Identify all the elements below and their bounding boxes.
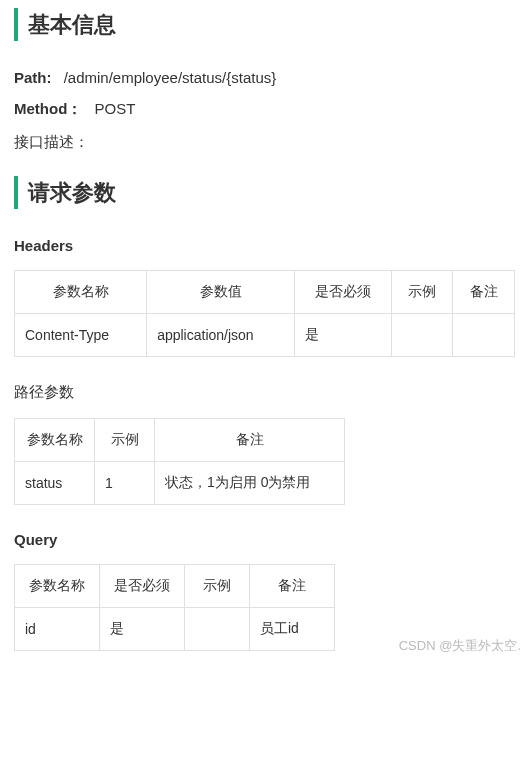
table-header-row: 参数名称 是否必须 示例 备注	[15, 565, 335, 608]
col-example: 示例	[95, 419, 155, 462]
col-name: 参数名称	[15, 419, 95, 462]
col-example: 示例	[185, 565, 250, 608]
col-name: 参数名称	[15, 565, 100, 608]
path-params-table: 参数名称 示例 备注 status 1 状态，1为启用 0为禁用	[14, 418, 345, 505]
path-value: /admin/employee/status/{status}	[64, 69, 277, 86]
watermark: CSDN @失重外太空.	[399, 637, 521, 655]
table-row: id 是 员工id	[15, 608, 335, 651]
cell-example: 1	[95, 462, 155, 505]
path-label: Path:	[14, 69, 52, 86]
cell-required: 是	[294, 314, 391, 357]
headers-table: 参数名称 参数值 是否必须 示例 备注 Content-Type applica…	[14, 270, 515, 357]
cell-remark	[453, 314, 515, 357]
headers-title: Headers	[14, 237, 515, 254]
col-name: 参数名称	[15, 271, 147, 314]
table-header-row: 参数名称 参数值 是否必须 示例 备注	[15, 271, 515, 314]
col-example: 示例	[391, 271, 453, 314]
path-params-title: 路径参数	[14, 383, 515, 402]
cell-name: id	[15, 608, 100, 651]
cell-remark: 员工id	[250, 608, 335, 651]
interface-desc-label: 接口描述：	[14, 133, 89, 150]
path-row: Path: /admin/employee/status/{status}	[14, 69, 515, 86]
cell-example	[185, 608, 250, 651]
table-row: status 1 状态，1为启用 0为禁用	[15, 462, 345, 505]
query-title: Query	[14, 531, 515, 548]
col-remark: 备注	[453, 271, 515, 314]
col-remark: 备注	[155, 419, 345, 462]
cell-name: Content-Type	[15, 314, 147, 357]
col-required: 是否必须	[100, 565, 185, 608]
method-row: Method： POST	[14, 100, 515, 119]
table-row: Content-Type application/json 是	[15, 314, 515, 357]
table-header-row: 参数名称 示例 备注	[15, 419, 345, 462]
cell-name: status	[15, 462, 95, 505]
cell-example	[391, 314, 453, 357]
cell-remark: 状态，1为启用 0为禁用	[155, 462, 345, 505]
col-remark: 备注	[250, 565, 335, 608]
col-required: 是否必须	[294, 271, 391, 314]
section-basic-info-title: 基本信息	[14, 8, 515, 41]
cell-required: 是	[100, 608, 185, 651]
method-value: POST	[95, 100, 136, 117]
interface-desc-row: 接口描述：	[14, 133, 515, 152]
query-table: 参数名称 是否必须 示例 备注 id 是 员工id	[14, 564, 335, 651]
cell-value: application/json	[147, 314, 295, 357]
col-value: 参数值	[147, 271, 295, 314]
method-label: Method：	[14, 100, 82, 117]
section-request-params-title: 请求参数	[14, 176, 515, 209]
